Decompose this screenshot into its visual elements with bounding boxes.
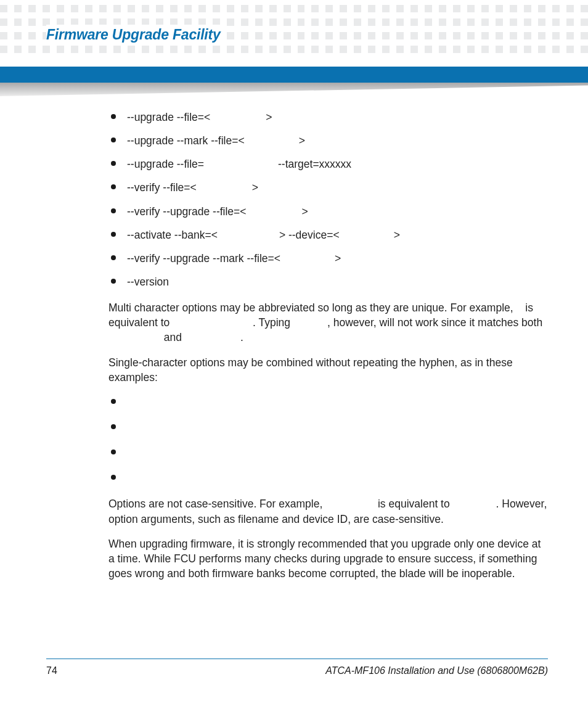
list-item	[108, 395, 548, 409]
page-number: 74	[46, 665, 57, 676]
option-text: >	[252, 181, 258, 194]
header-blue-bar	[0, 67, 588, 83]
text: Multi character options may be abbreviat…	[108, 302, 516, 314]
list-item: --upgrade --file=--target=xxxxxx	[108, 157, 548, 171]
option-text: > --device=<	[279, 229, 340, 241]
option-text: >	[302, 205, 308, 218]
paragraph: Single-character options may be combined…	[108, 355, 548, 385]
page-footer: 74 ATCA-MF106 Installation and Use (6806…	[46, 659, 548, 676]
paragraph: Multi character options may be abbreviat…	[108, 300, 548, 345]
option-text: --upgrade --file=<	[127, 111, 210, 123]
text: , however, will not work since it matche…	[327, 316, 542, 329]
text: and	[161, 331, 185, 343]
text: .	[240, 331, 243, 343]
list-item	[108, 420, 548, 435]
list-item: --upgrade --file=<>	[108, 110, 548, 125]
list-item: --activate --bank=<> --device=<>	[108, 228, 548, 242]
option-text: >	[266, 111, 272, 123]
text: is equivalent to	[375, 498, 452, 510]
option-text: --upgrade --file=	[127, 158, 204, 170]
option-text: >	[394, 229, 400, 241]
option-text: --verify --upgrade --file=<	[127, 205, 247, 218]
option-text: --upgrade --mark --file=<	[127, 134, 245, 147]
list-item: --verify --file=<>	[108, 180, 548, 195]
list-item	[108, 470, 548, 485]
option-list: --upgrade --file=<> --upgrade --mark --f…	[108, 110, 548, 289]
option-text: --version	[127, 276, 169, 288]
footer-row: 74 ATCA-MF106 Installation and Use (6806…	[46, 665, 548, 676]
example-list	[108, 395, 548, 486]
option-text: --activate --bank=<	[127, 229, 218, 241]
text: . Typing	[253, 316, 293, 329]
list-item: --version	[108, 274, 548, 289]
option-text: --verify --file=<	[127, 181, 197, 194]
list-item: --upgrade --mark --file=<>	[108, 133, 548, 148]
option-text: >	[335, 252, 341, 265]
paragraph: When upgrading firmware, it is strongly …	[108, 536, 548, 581]
content-area: --upgrade --file=<> --upgrade --mark --f…	[108, 110, 548, 591]
option-text: --target=xxxxxx	[278, 158, 351, 170]
option-text: --verify --upgrade --mark --file=<	[127, 252, 280, 265]
header-gray-wedge	[0, 83, 588, 96]
option-text: >	[299, 134, 305, 147]
document-id: ATCA-MF106 Installation and Use (6806800…	[325, 665, 548, 676]
page: Firmware Upgrade Facility --upgrade --fi…	[0, 0, 588, 706]
footer-rule	[46, 659, 548, 659]
list-item: --verify --upgrade --file=<>	[108, 204, 548, 219]
list-item: --verify --upgrade --mark --file=<>	[108, 251, 548, 266]
paragraph: Options are not case-sensitive. For exam…	[108, 496, 548, 526]
list-item	[108, 445, 548, 460]
page-title: Firmware Upgrade Facility	[46, 25, 224, 45]
text: Options are not case-sensitive. For exam…	[108, 498, 325, 510]
